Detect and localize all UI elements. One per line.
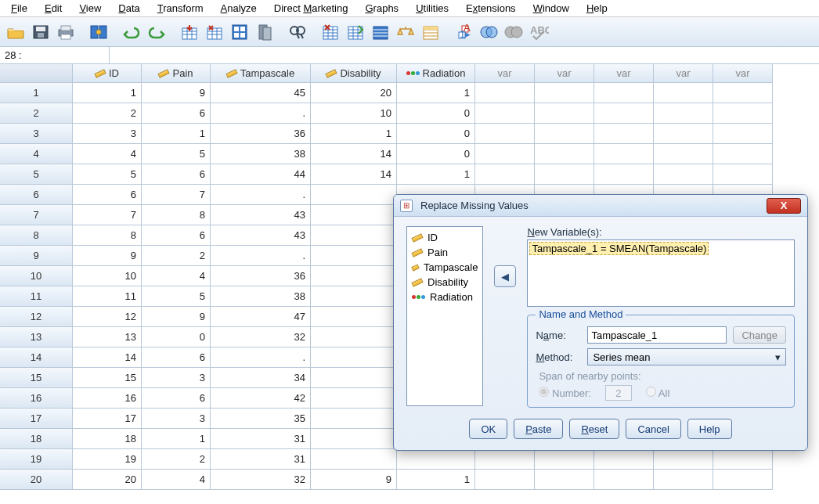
cell[interactable]: 42 bbox=[211, 388, 311, 409]
cell[interactable] bbox=[475, 470, 535, 490]
menu-view[interactable]: View bbox=[71, 1, 109, 16]
cell[interactable]: 17 bbox=[73, 409, 142, 429]
cell[interactable]: 3 bbox=[73, 124, 142, 144]
cell[interactable] bbox=[311, 266, 397, 286]
cell[interactable]: 3 bbox=[142, 368, 211, 388]
cell[interactable]: 6 bbox=[73, 185, 142, 205]
cell[interactable]: 16 bbox=[73, 388, 142, 409]
cell[interactable]: 6 bbox=[142, 347, 211, 368]
use-sets-icon[interactable]: A1▸ bbox=[453, 21, 474, 43]
find-icon[interactable] bbox=[287, 21, 308, 43]
cell[interactable] bbox=[311, 449, 397, 470]
col-header-var[interactable]: var bbox=[535, 64, 594, 83]
menu-window[interactable]: Window bbox=[525, 1, 577, 16]
menu-analyze[interactable]: Analyze bbox=[213, 1, 265, 16]
cell[interactable] bbox=[311, 327, 397, 347]
cell[interactable] bbox=[654, 164, 713, 185]
cell[interactable]: . bbox=[211, 185, 311, 205]
row-header[interactable]: 11 bbox=[0, 286, 73, 307]
cell[interactable]: 35 bbox=[211, 409, 311, 429]
cell[interactable]: 1 bbox=[397, 470, 475, 490]
cell[interactable]: 2 bbox=[142, 449, 211, 470]
cell[interactable] bbox=[311, 307, 397, 327]
cell[interactable] bbox=[535, 103, 594, 124]
menu-graphs[interactable]: Graphs bbox=[357, 1, 406, 16]
cell[interactable] bbox=[311, 388, 397, 409]
cell[interactable] bbox=[311, 409, 397, 429]
cell[interactable]: 36 bbox=[211, 124, 311, 144]
cell[interactable] bbox=[713, 124, 773, 144]
cell[interactable] bbox=[311, 347, 397, 368]
cell[interactable]: 5 bbox=[142, 286, 211, 307]
row-header[interactable]: 1 bbox=[0, 83, 73, 103]
cell[interactable]: 10 bbox=[73, 266, 142, 286]
new-variables-list[interactable]: Tampascale_1 = SMEAN(Tampascale) bbox=[527, 239, 795, 307]
var-item-id[interactable]: ID bbox=[410, 230, 479, 245]
cell[interactable] bbox=[475, 103, 535, 124]
cell[interactable] bbox=[594, 449, 654, 470]
save-icon[interactable] bbox=[30, 21, 52, 43]
cell[interactable]: 36 bbox=[211, 266, 311, 286]
cell[interactable] bbox=[311, 429, 397, 449]
col-header-var[interactable]: var bbox=[475, 64, 535, 83]
cell[interactable] bbox=[713, 164, 773, 185]
row-header[interactable]: 8 bbox=[0, 225, 73, 246]
cell[interactable] bbox=[654, 470, 713, 490]
row-header[interactable]: 5 bbox=[0, 164, 73, 185]
cell[interactable] bbox=[654, 144, 713, 164]
var-item-pain[interactable]: Pain bbox=[410, 245, 479, 260]
reset-button[interactable]: Reset bbox=[569, 419, 619, 439]
cell[interactable] bbox=[594, 103, 654, 124]
cell[interactable]: 4 bbox=[73, 144, 142, 164]
cell[interactable] bbox=[654, 103, 713, 124]
cell[interactable] bbox=[535, 164, 594, 185]
cell[interactable]: 4 bbox=[142, 266, 211, 286]
col-header-var[interactable]: var bbox=[713, 64, 773, 83]
row-header[interactable]: 9 bbox=[0, 246, 73, 266]
variables-icon[interactable] bbox=[229, 21, 251, 43]
cell[interactable]: 6 bbox=[142, 225, 211, 246]
cell[interactable] bbox=[475, 449, 535, 470]
dialog-titlebar[interactable]: ⊞ Replace Missing Values X bbox=[394, 195, 807, 217]
cell[interactable] bbox=[311, 205, 397, 225]
goto-var-icon[interactable] bbox=[204, 21, 225, 43]
cell[interactable]: 0 bbox=[397, 124, 475, 144]
cell[interactable] bbox=[535, 470, 594, 490]
cell[interactable]: 1 bbox=[73, 83, 142, 103]
cell[interactable]: 0 bbox=[397, 144, 475, 164]
cell[interactable]: 1 bbox=[397, 164, 475, 185]
select-cases-icon[interactable] bbox=[345, 21, 366, 43]
cell[interactable]: 4 bbox=[142, 470, 211, 490]
menu-data[interactable]: Data bbox=[110, 1, 147, 16]
row-header[interactable]: 17 bbox=[0, 409, 73, 429]
row-header[interactable]: 15 bbox=[0, 368, 73, 388]
col-header-tampascale[interactable]: Tampascale bbox=[211, 64, 311, 83]
row-header[interactable]: 3 bbox=[0, 124, 73, 144]
cell[interactable]: 31 bbox=[211, 449, 311, 470]
row-header[interactable]: 16 bbox=[0, 388, 73, 409]
cell[interactable]: 15 bbox=[73, 368, 142, 388]
cell[interactable]: 2 bbox=[73, 103, 142, 124]
cell[interactable]: 8 bbox=[142, 205, 211, 225]
menu-direct-marketing[interactable]: Direct Marketing bbox=[266, 1, 356, 16]
cell[interactable]: 3 bbox=[142, 409, 211, 429]
cell[interactable]: . bbox=[211, 103, 311, 124]
cell[interactable]: 13 bbox=[73, 327, 142, 347]
menu-help[interactable]: Help bbox=[579, 1, 615, 16]
method-combo[interactable]: Series mean ▾ bbox=[587, 348, 786, 365]
cell[interactable]: 6 bbox=[142, 388, 211, 409]
change-button[interactable]: Change bbox=[733, 326, 786, 344]
row-header[interactable]: 4 bbox=[0, 144, 73, 164]
cell[interactable] bbox=[475, 83, 535, 103]
menu-file[interactable]: FFileile bbox=[3, 1, 35, 16]
cell[interactable]: 10 bbox=[311, 103, 397, 124]
cancel-button[interactable]: Cancel bbox=[626, 419, 680, 439]
row-header[interactable]: 12 bbox=[0, 307, 73, 327]
cell[interactable]: 34 bbox=[211, 368, 311, 388]
cell[interactable]: 18 bbox=[73, 429, 142, 449]
cell[interactable]: 31 bbox=[211, 429, 311, 449]
cell[interactable]: 7 bbox=[142, 185, 211, 205]
cell[interactable] bbox=[654, 124, 713, 144]
cell[interactable] bbox=[311, 185, 397, 205]
cell[interactable]: 47 bbox=[211, 307, 311, 327]
